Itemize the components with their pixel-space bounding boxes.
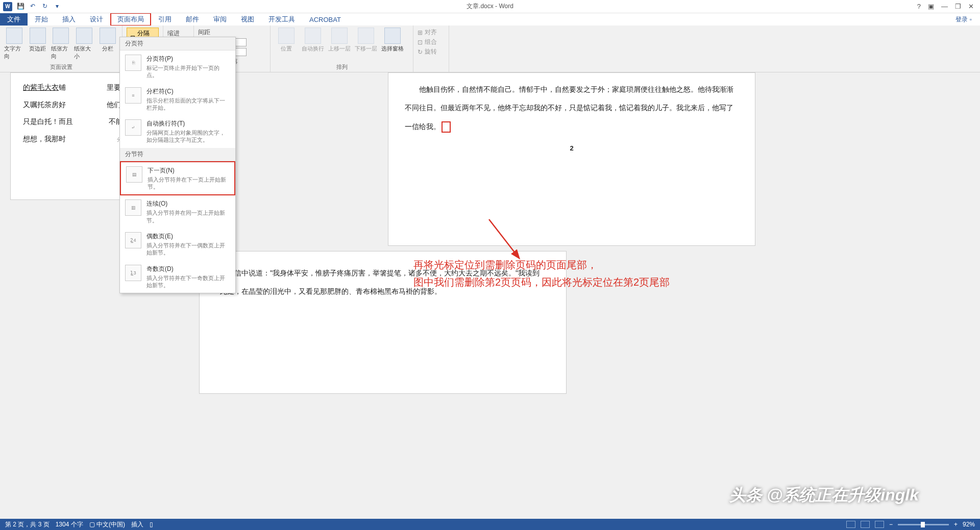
page-break-icon: ⎘	[125, 55, 141, 71]
tab-developer[interactable]: 开发工具	[261, 13, 302, 26]
window-title: 文章.docx - Word	[467, 2, 513, 11]
section-breaks-header: 分节符	[120, 148, 235, 161]
tab-view[interactable]: 视图	[234, 13, 261, 26]
tab-design[interactable]: 设计	[83, 13, 110, 26]
tab-acrobat[interactable]: ACROBAT	[302, 14, 348, 26]
tab-page-layout[interactable]: 页面布局	[110, 13, 151, 26]
watermark-text: 头条 @系统正在升级inglk	[729, 484, 919, 507]
menu-column-break[interactable]: ≡ 分栏符(C)指示分栏符后面的文字将从下一栏开始。	[120, 83, 235, 116]
tab-home[interactable]: 开始	[28, 13, 55, 26]
position-button[interactable]: 位置	[275, 28, 298, 62]
status-bar: 第 2 页，共 3 页 1304 个字 ▢ 中文(中国) 插入 ▯ − + 92…	[0, 519, 980, 530]
svg-line-0	[489, 219, 516, 254]
menu-text-wrap[interactable]: ⤶ 自动换行符(T)分隔网页上的对象周围的文字，如分隔题注文字与正文。	[120, 115, 235, 148]
login-link[interactable]: 登录 ▫	[955, 15, 980, 24]
view-web-icon[interactable]	[875, 521, 884, 528]
page-2[interactable]: 他触目伤怀，自然情不能自己。情郁于中，自然要发之于外；家庭琐屑便往往触他之怒。他…	[388, 72, 755, 246]
status-page[interactable]: 第 2 页，共 3 页	[5, 520, 50, 529]
save-icon[interactable]: 💾	[16, 2, 24, 10]
spacing-label: 间距	[198, 28, 266, 37]
undo-icon[interactable]: ↶	[29, 2, 37, 10]
window-controls: ? ▣ — ❐ ✕	[917, 3, 980, 10]
word-logo-icon: W	[3, 2, 12, 11]
status-word-count[interactable]: 1304 个字	[56, 520, 83, 529]
tab-references[interactable]: 引用	[151, 13, 179, 26]
continuous-icon: ▥	[125, 199, 141, 216]
zoom-level[interactable]: 92%	[963, 521, 975, 528]
menu-next-page[interactable]: ▤ 下一页(N)插入分节符并在下一页上开始新节。	[120, 161, 235, 196]
title-bar: W 💾 ↶ ↻ ▾ 文章.docx - Word ? ▣ — ❐ ✕	[0, 0, 980, 13]
margins-button[interactable]: 页边距	[28, 28, 48, 62]
send-backward-button[interactable]: 下移一层	[354, 28, 378, 62]
breaks-dropdown-menu: 分页符 ⎘ 分页符(P)标记一页终止并开始下一页的点。 ≡ 分栏符(C)指示分栏…	[119, 37, 236, 293]
wrap-text-button[interactable]: 自动换行	[301, 28, 325, 62]
tab-review[interactable]: 审阅	[206, 13, 234, 26]
size-button[interactable]: 纸张大小	[74, 28, 94, 62]
selection-pane-button[interactable]: 选择窗格	[381, 28, 404, 62]
help-icon[interactable]: ?	[917, 3, 921, 10]
tab-file[interactable]: 文件	[0, 13, 28, 26]
page-breaks-header: 分页符	[120, 37, 235, 51]
columns-button[interactable]: 分栏	[97, 28, 118, 62]
status-language[interactable]: ▢ 中文(中国)	[89, 520, 125, 529]
text-wrap-icon: ⤶	[125, 119, 141, 136]
even-page-icon: 2̲4	[125, 232, 141, 248]
qat-customize-icon[interactable]: ▾	[53, 2, 61, 10]
arrange-group-label: 排列	[275, 62, 409, 71]
view-print-icon[interactable]	[861, 521, 870, 528]
quick-access-toolbar: W 💾 ↶ ↻ ▾	[0, 2, 61, 11]
page-number-2: 2	[405, 140, 739, 157]
ribbon-tabs: 文件 开始 插入 设计 页面布局 引用 邮件 审阅 视图 开发工具 ACROBA…	[0, 13, 980, 26]
text-direction-button[interactable]: 文字方向	[4, 28, 24, 62]
redo-icon[interactable]: ↻	[41, 2, 49, 10]
tab-mailings[interactable]: 邮件	[179, 13, 206, 26]
next-page-icon: ▤	[126, 166, 142, 183]
odd-page-icon: 1̲3	[125, 265, 141, 281]
menu-page-break[interactable]: ⎘ 分页符(P)标记一页终止并开始下一页的点。	[120, 51, 235, 83]
rotate-button[interactable]: ↻ 旋转	[418, 47, 445, 57]
menu-continuous[interactable]: ▥ 连续(O)插入分节符并在同一页上开始新节。	[120, 195, 235, 228]
close-icon[interactable]: ✕	[968, 3, 974, 10]
annotation-arrow-icon	[485, 215, 526, 261]
tab-insert[interactable]: 插入	[55, 13, 83, 26]
zoom-slider[interactable]	[898, 524, 949, 525]
menu-odd-page[interactable]: 1̲3 奇数页(D)插入分节符并在下一奇数页上开始新节。	[120, 261, 235, 293]
view-read-icon[interactable]	[846, 521, 855, 528]
orientation-button[interactable]: 纸张方向	[51, 28, 71, 62]
column-break-icon: ≡	[125, 87, 141, 104]
align-button[interactable]: ⊞ 对齐	[418, 28, 445, 37]
status-insert-mode[interactable]: 插入	[131, 520, 143, 529]
ribbon-options-icon[interactable]: ▣	[928, 3, 934, 10]
annotation-text: 再将光标定位到需删除页码的页面尾部， 图中我们需删除第2页页码，因此将光标定位在…	[413, 256, 670, 291]
zoom-out-icon[interactable]: −	[889, 521, 893, 528]
cursor-marker	[442, 121, 451, 133]
restore-icon[interactable]: ❐	[955, 3, 961, 10]
bring-forward-button[interactable]: 上移一层	[328, 28, 351, 62]
status-track-icon[interactable]: ▯	[150, 521, 153, 528]
zoom-in-icon[interactable]: +	[954, 521, 958, 528]
menu-even-page[interactable]: 2̲4 偶数页(E)插入分节符并在下一偶数页上开始新节。	[120, 228, 235, 261]
group-button[interactable]: ⊡ 组合	[418, 37, 445, 47]
minimize-icon[interactable]: —	[941, 3, 948, 10]
page-setup-group-label: 页面设置	[4, 62, 118, 71]
